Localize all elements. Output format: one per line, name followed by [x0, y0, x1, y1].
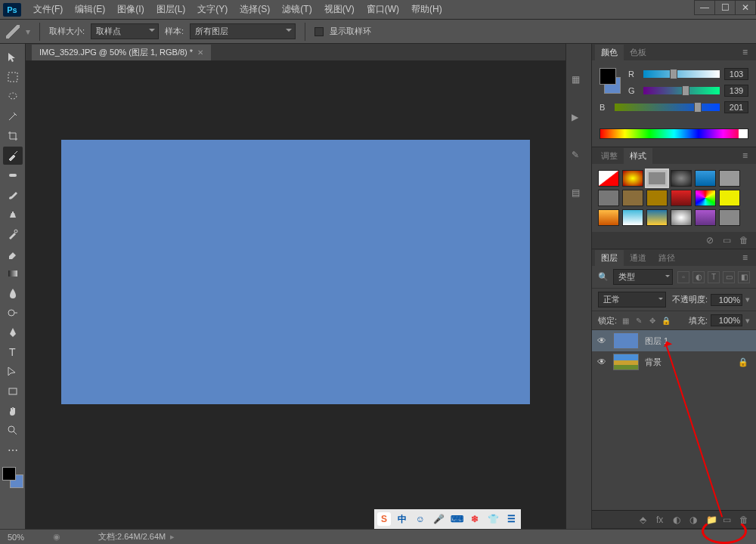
show-sampling-ring-checkbox[interactable] [314, 27, 324, 36]
layer-group-icon[interactable]: 📁 [706, 515, 717, 525]
move-tool[interactable] [3, 48, 23, 66]
color-swatches[interactable] [2, 467, 23, 488]
style-swatch[interactable] [671, 170, 692, 187]
ime-snowflake-icon[interactable]: ❄ [468, 512, 482, 526]
style-swatch[interactable] [622, 209, 643, 226]
r-slider[interactable] [643, 70, 720, 78]
text-tool[interactable]: T [3, 343, 23, 361]
canvas[interactable] [61, 140, 530, 404]
tab-layers[interactable]: 图层 [595, 250, 624, 266]
color-preview[interactable] [600, 68, 621, 94]
canvas-viewport[interactable] [26, 60, 565, 529]
menu-item[interactable]: 视图(V) [318, 1, 361, 18]
layer-mask-icon[interactable]: ◐ [673, 515, 683, 525]
fill-input[interactable]: 100% [711, 314, 742, 326]
ime-keyboard-icon[interactable]: ⌨ [450, 512, 463, 526]
hand-tool[interactable] [3, 402, 23, 420]
menu-item[interactable]: 图层(L) [150, 1, 192, 18]
brush-presets-panel-icon[interactable]: ▤ [572, 187, 587, 202]
link-layers-icon[interactable]: ⬘ [640, 515, 650, 525]
style-swatch[interactable] [598, 190, 619, 206]
tab-adjustments[interactable]: 调整 [595, 148, 624, 164]
actions-panel-icon[interactable]: ▶ [572, 112, 587, 127]
menu-item[interactable]: 滤镜(T) [276, 1, 318, 18]
layer-thumbnail[interactable] [613, 332, 639, 349]
menu-item[interactable]: 文字(Y) [191, 1, 234, 18]
maximize-button[interactable]: ☐ [714, 0, 736, 15]
style-swatch[interactable] [646, 190, 668, 206]
brush-tool[interactable] [3, 186, 23, 204]
layer-visibility-icon[interactable]: 👁 [596, 335, 607, 346]
filter-text-icon[interactable]: T [708, 271, 720, 283]
layer-thumbnail[interactable] [613, 354, 639, 370]
sample-size-dropdown[interactable]: 取样点 [91, 23, 159, 39]
close-button[interactable]: ✕ [735, 0, 756, 15]
clear-style-icon[interactable]: ⊘ [706, 235, 717, 246]
rectangle-tool[interactable] [3, 382, 23, 400]
style-swatch[interactable] [646, 209, 668, 226]
dodge-tool[interactable] [3, 304, 23, 322]
zoom-tool[interactable] [3, 422, 23, 440]
lock-all-icon[interactable]: 🔒 [661, 315, 671, 326]
eraser-tool[interactable] [3, 245, 23, 263]
menu-item[interactable]: 选择(S) [234, 1, 276, 18]
clone-stamp-tool[interactable] [3, 206, 23, 224]
filter-shape-icon[interactable]: ▭ [723, 271, 735, 283]
brushes-panel-icon[interactable]: ✎ [572, 150, 587, 165]
layer-visibility-icon[interactable]: 👁 [596, 357, 607, 367]
layer-fx-icon[interactable]: fx [656, 515, 667, 525]
menu-item[interactable]: 窗口(W) [361, 1, 405, 18]
g-value[interactable]: 139 [724, 85, 748, 97]
style-swatch[interactable] [719, 170, 740, 187]
style-swatch[interactable] [598, 209, 619, 226]
panel-foreground-color[interactable] [600, 68, 616, 85]
style-swatch[interactable] [671, 209, 692, 226]
delete-layer-icon[interactable]: 🗑 [739, 515, 750, 525]
eyedropper-tool[interactable] [3, 147, 23, 165]
style-swatch[interactable] [695, 209, 716, 226]
document-tab[interactable]: IMG_3529.JPG @ 50% (图层 1, RGB/8) * ✕ [32, 45, 211, 60]
menu-item[interactable]: 编辑(E) [69, 1, 111, 18]
delete-style-icon[interactable]: 🗑 [739, 235, 750, 246]
magic-wand-tool[interactable] [3, 107, 23, 125]
menu-item[interactable]: 帮助(H) [405, 1, 448, 18]
ime-emoji-icon[interactable]: ☺ [414, 512, 427, 526]
pen-tool[interactable] [3, 323, 23, 342]
layers-panel-menu[interactable] [742, 252, 753, 260]
path-selection-tool[interactable] [3, 363, 23, 381]
style-swatch[interactable] [695, 190, 716, 206]
tab-color[interactable]: 颜色 [595, 45, 624, 60]
zoom-level[interactable]: 50% [8, 533, 53, 542]
adjustment-layer-icon[interactable]: ◑ [689, 515, 700, 525]
style-swatch[interactable] [671, 190, 692, 206]
style-swatch[interactable] [598, 170, 619, 187]
sogou-icon[interactable]: S [377, 512, 391, 526]
opacity-input[interactable]: 100% [711, 294, 742, 306]
healing-brush-tool[interactable] [3, 166, 23, 184]
layer-filter-type-dropdown[interactable]: 类型 [613, 269, 673, 285]
layer-name[interactable]: 背景 [645, 357, 662, 368]
foreground-color[interactable] [2, 467, 16, 481]
minimize-button[interactable]: — [694, 0, 715, 15]
r-value[interactable]: 103 [724, 68, 748, 80]
gradient-tool[interactable] [3, 264, 23, 283]
ime-menu-icon[interactable]: ☰ [504, 512, 518, 526]
ime-voice-icon[interactable]: 🎤 [432, 512, 445, 526]
filter-adjustment-icon[interactable]: ◐ [692, 271, 705, 283]
spectrum-bar[interactable] [600, 128, 748, 139]
tab-swatches[interactable]: 色板 [624, 45, 652, 60]
edit-toolbar[interactable]: ⋯ [3, 441, 23, 459]
style-swatch[interactable] [695, 170, 716, 187]
history-panel-icon[interactable]: ▦ [572, 74, 587, 89]
filter-pixel-icon[interactable]: ▫ [677, 271, 689, 283]
ime-shirt-icon[interactable]: 👕 [486, 512, 500, 526]
style-swatch[interactable] [622, 170, 643, 187]
crop-tool[interactable] [3, 127, 23, 145]
tab-paths[interactable]: 路径 [652, 250, 681, 266]
style-swatch[interactable] [719, 209, 740, 226]
marquee-tool[interactable] [3, 68, 23, 86]
close-tab-icon[interactable]: ✕ [197, 48, 203, 57]
blur-tool[interactable] [3, 284, 23, 302]
color-panel-menu[interactable] [742, 47, 753, 54]
filter-smartobj-icon[interactable]: ◧ [738, 271, 750, 283]
